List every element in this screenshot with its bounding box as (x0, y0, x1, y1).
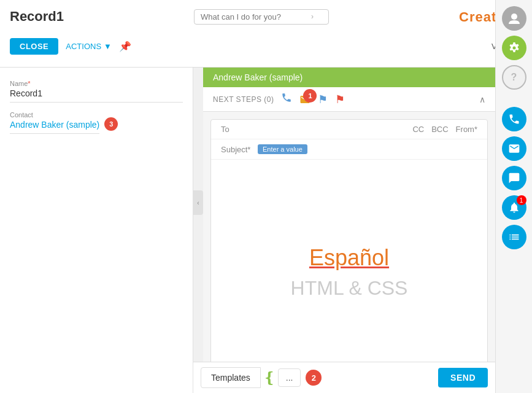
chat-button[interactable] (502, 166, 526, 190)
compose-bcc-label[interactable]: BCC (431, 125, 448, 134)
svg-point-1 (512, 47, 515, 50)
left-panel: Name* Record1 Contact Andrew Baker (samp… (0, 68, 193, 393)
compose-from-label: From* (456, 125, 477, 134)
user-avatar[interactable] (502, 6, 526, 31)
title-row: Record1 › Creatio ✈ (0, 0, 532, 31)
person-icon (507, 12, 521, 25)
actions-row: CLOSE ACTIONS ▼ 📌 VIEW ▼ (0, 31, 532, 61)
gear-icon (508, 42, 520, 54)
compose-to-row: To CC BCC From* (211, 120, 487, 139)
search-arrow-icon: › (311, 12, 314, 21)
contact-header: Andrew Baker (sample) (203, 68, 495, 87)
ns-email-icon[interactable]: 1 (299, 94, 310, 105)
search-bar[interactable]: › (194, 9, 329, 25)
search-input[interactable] (201, 12, 311, 21)
step3-badge: 3 (104, 117, 118, 131)
email-compose: To CC BCC From* Subject* Enter a value E… (210, 119, 488, 386)
contact-label: Contact (10, 111, 183, 119)
main-layout: Name* Record1 Contact Andrew Baker (samp… (0, 68, 495, 393)
actions-left: CLOSE ACTIONS ▼ 📌 (10, 38, 131, 55)
brace-separator-icon: ❴ (261, 370, 278, 385)
chat-icon (508, 172, 520, 184)
ns-phone-icon[interactable] (281, 92, 292, 106)
step2-badge: 2 (306, 370, 322, 386)
top-bar: Record1 › Creatio ✈ CLOSE ACTIONS ▼ 📌 VI… (0, 0, 532, 68)
right-sidebar: ? 1 (495, 0, 532, 393)
compose-cc-label[interactable]: CC (412, 125, 424, 134)
contact-value[interactable]: Andrew Baker (sample) 3 (10, 120, 99, 134)
next-steps-bar: NEXT STEPS (0) 1 ⚑ ⚑ ∧ (203, 87, 495, 112)
sidebar-email-button[interactable] (502, 136, 526, 161)
bell-badge: 1 (517, 195, 526, 205)
panel-toggle[interactable]: ‹ (193, 190, 203, 215)
actions-dropdown-icon: ▼ (104, 42, 112, 51)
name-value: Record1 (10, 88, 183, 103)
actions-button[interactable]: ACTIONS ▼ (66, 42, 112, 51)
bell-button[interactable]: 1 (502, 195, 526, 220)
compose-cc-bcc: CC BCC From* (412, 125, 477, 134)
gear-button[interactable] (502, 36, 526, 60)
html-css-text: HTML & CSS (291, 277, 408, 300)
page-title: Record1 (10, 9, 64, 25)
phone-icon (508, 113, 520, 125)
espanol-text: Español (309, 245, 389, 271)
phone-button[interactable] (502, 107, 526, 131)
enter-value-badge[interactable]: Enter a value (258, 144, 307, 154)
step1-badge: 1 (303, 89, 317, 103)
svg-point-0 (511, 14, 517, 20)
pin-icon[interactable]: 📌 (119, 41, 131, 52)
compose-subject-row: Subject* Enter a value (211, 139, 487, 160)
close-button[interactable]: CLOSE (10, 38, 58, 55)
list-button[interactable] (502, 225, 526, 249)
ns-flag-blue-icon[interactable]: ⚑ (318, 93, 328, 106)
email-icon (508, 142, 520, 155)
compose-to-label: To (221, 125, 258, 134)
ellipsis-button[interactable]: ... (278, 368, 301, 387)
right-panel: Andrew Baker (sample) NEXT STEPS (0) 1 ⚑… (203, 68, 495, 393)
ns-flag-red-icon[interactable]: ⚑ (335, 93, 345, 106)
compose-subject-label: Subject* (221, 145, 258, 154)
next-steps-label: NEXT STEPS (0) (213, 95, 274, 104)
list-icon (508, 231, 520, 243)
compose-body: Español HTML & CSS (211, 160, 487, 385)
name-label: Name* (10, 80, 183, 87)
bottom-toolbar: Templates ❴ ... 2 SEND (203, 362, 495, 393)
help-button[interactable]: ? (502, 65, 526, 90)
templates-button[interactable]: Templates (203, 367, 261, 388)
send-button[interactable]: SEND (438, 368, 488, 387)
ns-collapse-icon[interactable]: ∧ (479, 95, 485, 104)
